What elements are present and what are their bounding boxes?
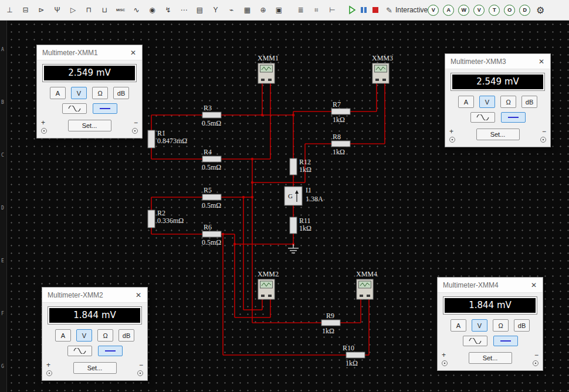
place-peripherals-icon[interactable]: ▤ xyxy=(192,3,207,18)
mode-db-button[interactable]: dB xyxy=(118,329,134,342)
place-ttl-icon[interactable]: ⊓ xyxy=(82,3,96,18)
mode-ohm-button[interactable]: Ω xyxy=(92,87,108,99)
resistor-R4[interactable] xyxy=(202,156,221,162)
resistor-R1[interactable] xyxy=(148,130,155,148)
mode-volt-button[interactable]: V xyxy=(76,329,92,342)
resistor-R7[interactable] xyxy=(331,109,350,114)
close-icon[interactable]: ✕ xyxy=(132,291,145,299)
hierarchical-block-icon[interactable]: ⌗ xyxy=(309,3,324,18)
resistor-label: R3 xyxy=(204,104,212,112)
mode-ohm-button[interactable]: Ω xyxy=(500,96,516,108)
close-icon[interactable]: ✕ xyxy=(527,281,540,289)
meter-icon-xmm4[interactable] xyxy=(357,279,373,299)
run-simulation-button[interactable] xyxy=(347,4,357,16)
mode-volt-button[interactable]: V xyxy=(479,96,495,108)
resistor-R5[interactable] xyxy=(202,194,221,200)
negative-terminal-label: − xyxy=(134,120,138,126)
meter-icon-xmm3[interactable] xyxy=(372,63,389,83)
ground-symbol[interactable] xyxy=(288,244,299,253)
current-source-I1[interactable]: G xyxy=(284,187,302,205)
place-diode-icon[interactable]: ⊳ xyxy=(34,3,49,18)
negative-terminal xyxy=(132,128,138,134)
set-button[interactable]: Set... xyxy=(68,120,111,131)
place-misc-icon[interactable]: ⋯ xyxy=(177,3,191,18)
dc-mode-button[interactable] xyxy=(501,112,526,123)
mode-ohm-button[interactable]: Ω xyxy=(493,319,509,332)
meter-icon-xmm1[interactable] xyxy=(258,63,275,83)
mode-ampere-button[interactable]: A xyxy=(451,319,466,332)
set-button[interactable]: Set... xyxy=(469,352,512,364)
meter-label: XMM3 xyxy=(372,54,393,62)
place-transistor-icon[interactable]: Ψ xyxy=(50,3,65,18)
resistor-R11[interactable] xyxy=(290,217,297,234)
oscilloscope-probe-icon[interactable]: O xyxy=(504,5,515,16)
pause-simulation-button[interactable] xyxy=(359,4,368,16)
place-misc-digital-icon[interactable]: MISC xyxy=(113,3,128,18)
resistor-R3[interactable] xyxy=(202,112,221,118)
set-button[interactable]: Set... xyxy=(73,362,117,374)
place-cmos-icon[interactable]: ⊔ xyxy=(97,3,112,18)
close-icon[interactable]: ✕ xyxy=(535,58,548,66)
window-titlebar[interactable]: Multimeter-XMM2 ✕ xyxy=(42,288,147,303)
window-titlebar[interactable]: Multimeter-XMM1 ✕ xyxy=(37,45,142,60)
place-source-icon[interactable]: ⊥ xyxy=(2,3,17,18)
window-titlebar[interactable]: Multimeter-XMM4 ✕ xyxy=(438,278,543,293)
meter-reading: 1.844 mV xyxy=(48,307,141,324)
mode-db-button[interactable]: dB xyxy=(521,96,537,108)
resistor-R2[interactable] xyxy=(148,210,155,228)
probe-settings-gear-icon[interactable]: ⚙ xyxy=(534,5,546,16)
ac-mode-button[interactable] xyxy=(62,103,87,114)
set-button[interactable]: Set... xyxy=(476,129,520,140)
ladder-diagram-icon[interactable]: ≣ xyxy=(293,3,308,18)
mode-volt-button[interactable]: V xyxy=(71,87,87,99)
mode-db-button[interactable]: dB xyxy=(113,87,129,99)
dc-mode-button[interactable] xyxy=(493,336,518,346)
resistor-R8[interactable] xyxy=(331,141,350,147)
current-probe-icon[interactable]: A xyxy=(443,5,454,16)
voltage-probe-icon[interactable]: V xyxy=(428,5,439,16)
mode-ampere-button[interactable]: A xyxy=(55,329,71,342)
place-analog-icon[interactable]: ▷ xyxy=(66,3,80,18)
place-rf-icon[interactable]: Y xyxy=(208,3,223,18)
resistor-value: 1kΩ xyxy=(299,165,311,174)
voltage-ref-probe-icon[interactable]: T xyxy=(489,5,500,16)
ac-mode-button[interactable] xyxy=(67,346,92,356)
digital-probe-icon[interactable]: D xyxy=(519,5,530,16)
interactive-mode-select[interactable]: ✎ Interactive xyxy=(386,6,428,15)
mode-db-button[interactable]: dB xyxy=(514,319,530,332)
meter-reading: 2.549 mV xyxy=(43,65,136,82)
place-ni-component-icon[interactable]: ▦ xyxy=(240,3,255,18)
sheet-row-label: F xyxy=(1,311,4,316)
place-basic-icon[interactable]: ⊟ xyxy=(18,3,33,18)
mode-ampere-button[interactable]: A xyxy=(458,96,474,108)
place-indicator-icon[interactable]: ◉ xyxy=(145,3,160,18)
place-mixed-icon[interactable]: ∿ xyxy=(129,3,144,18)
power-probe-icon[interactable]: W xyxy=(458,5,469,16)
circuit-wires[interactable] xyxy=(151,83,385,355)
window-titlebar[interactable]: Multimeter-XMM3 ✕ xyxy=(445,54,550,69)
mode-ohm-button[interactable]: Ω xyxy=(97,329,113,342)
bus-icon[interactable]: ⊢ xyxy=(325,3,340,18)
resistor-R9[interactable] xyxy=(321,320,340,326)
mode-ampere-button[interactable]: A xyxy=(50,87,66,99)
ac-mode-button[interactable] xyxy=(463,336,487,346)
negative-terminal xyxy=(137,370,143,376)
stop-simulation-button[interactable] xyxy=(371,4,380,16)
close-icon[interactable]: ✕ xyxy=(127,49,140,57)
meter-icon-xmm2[interactable] xyxy=(258,279,275,299)
voltage-current-probe-icon[interactable]: V xyxy=(473,5,485,16)
component-toolbar: ⊥ ⊟ ⊳ Ψ ▷ ⊓ ⊔ MISC ∿ ◉ ↯ ⋯ ▤ Y ⌁ ▦ ⊕ ▣ xyxy=(2,3,287,18)
resistor-R12[interactable] xyxy=(290,158,297,175)
place-electromech-icon[interactable]: ⌁ xyxy=(224,3,239,18)
place-connector-icon[interactable]: ⊕ xyxy=(256,3,270,18)
sine-wave-icon xyxy=(468,338,482,344)
place-power-icon[interactable]: ↯ xyxy=(161,3,175,18)
dc-mode-button[interactable] xyxy=(93,103,117,114)
resistor-R10[interactable] xyxy=(346,352,365,358)
window-title: Multimeter-XMM2 xyxy=(48,291,103,299)
resistor-R6[interactable] xyxy=(202,231,221,237)
mode-volt-button[interactable]: V xyxy=(472,319,487,332)
place-mcu-icon[interactable]: ▣ xyxy=(272,3,286,18)
ac-mode-button[interactable] xyxy=(470,112,495,123)
dc-mode-button[interactable] xyxy=(98,346,123,356)
